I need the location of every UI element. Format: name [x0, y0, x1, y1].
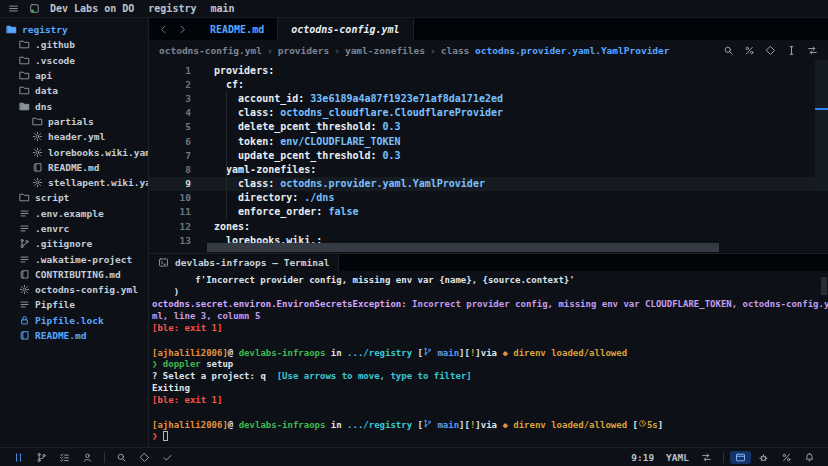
breadcrumb-separator: › — [267, 45, 273, 56]
file-label: .github — [35, 39, 75, 50]
file-item[interactable]: README.md — [0, 160, 148, 175]
find-icon[interactable] — [723, 45, 734, 56]
file-label: header.yml — [48, 131, 105, 142]
editor[interactable]: 1providers:2 cf:3 account_id: 33e6189a4a… — [149, 60, 828, 253]
breadcrumb-separator: › — [334, 45, 340, 56]
accounts-icon — [82, 452, 93, 463]
lines-icon — [19, 299, 30, 310]
tab-focus-mode[interactable] — [696, 451, 717, 464]
gear-icon — [32, 177, 43, 188]
file-item[interactable]: .github — [0, 37, 148, 52]
lines-icon — [19, 254, 30, 265]
tab-octodns-config-yml[interactable]: octodns-config.yml — [278, 18, 413, 40]
file-label: CONTRIBUTING.md — [35, 269, 121, 280]
terminal-tab-label: devlabs-infraops — Terminal — [175, 257, 329, 268]
file-item[interactable]: header.yml — [0, 129, 148, 144]
code-line: 8 yaml-zonefiles: — [149, 162, 828, 176]
notifications[interactable] — [799, 451, 820, 464]
file-item[interactable]: .env.example — [0, 206, 148, 221]
extensions-status[interactable] — [134, 451, 155, 464]
hamburger-menu-icon[interactable] — [8, 3, 19, 14]
checks[interactable] — [157, 451, 178, 464]
file-item[interactable]: README.md — [0, 328, 148, 343]
checklist-icon — [59, 452, 70, 463]
git-branch-icon — [423, 419, 432, 428]
book-icon — [19, 330, 30, 341]
file-label: script — [35, 192, 69, 203]
tasks[interactable] — [54, 451, 75, 464]
percent-icon — [781, 452, 792, 463]
arrow-left-icon[interactable] — [158, 24, 169, 35]
file-item[interactable]: partials — [0, 114, 148, 129]
file-item[interactable]: .vscode — [0, 53, 148, 68]
live-share[interactable] — [776, 451, 797, 464]
tab-readme-md[interactable]: README.md — [197, 18, 278, 40]
git-branch-icon — [19, 238, 30, 249]
breadcrumb-item[interactable]: class octodns.provider.yaml.YamlProvider — [441, 45, 670, 56]
file-item[interactable]: CONTRIBUTING.md — [0, 267, 148, 282]
file-label: Pipfile — [35, 299, 75, 310]
file-item[interactable]: octodns-config.yml — [0, 282, 148, 297]
file-item[interactable]: registry — [0, 22, 148, 37]
statusbar-separator — [723, 452, 724, 463]
title-bar: Dev Labs on DOregistrymain — [0, 0, 828, 18]
file-label: data — [35, 85, 58, 96]
statusbar-separator — [104, 452, 105, 463]
file-label: lorebooks.wiki.yaml — [48, 147, 149, 158]
title-segment: Dev Labs on DO — [50, 3, 134, 14]
file-label: api — [35, 70, 52, 81]
file-item[interactable]: .gitignore — [0, 236, 148, 251]
file-label: octodns-config.yml — [35, 284, 138, 295]
cursor-position[interactable]: 9:19 — [626, 451, 659, 464]
file-item[interactable]: dns — [0, 98, 148, 113]
file-item[interactable]: data — [0, 83, 148, 98]
lock-icon — [19, 315, 30, 326]
line-number: 4 — [149, 107, 191, 118]
selection-icon[interactable] — [786, 45, 797, 56]
file-item[interactable]: .envrc — [0, 221, 148, 236]
breadcrumb: octodns-config.yml›providers›yaml-zonefi… — [149, 41, 828, 60]
file-item[interactable]: lorebooks.wiki.yaml — [0, 144, 148, 159]
git-branch-icon — [36, 452, 47, 463]
file-item[interactable]: api — [0, 68, 148, 83]
file-label: .gitignore — [35, 238, 92, 249]
breadcrumb-item[interactable]: octodns-config.yml — [159, 45, 262, 56]
run-icon[interactable] — [765, 45, 776, 56]
file-item[interactable]: Pipfile — [0, 297, 148, 312]
debug[interactable] — [753, 451, 774, 464]
changes-icon[interactable] — [744, 45, 755, 56]
gear-icon — [19, 284, 30, 295]
git-branch-icon — [423, 347, 432, 356]
file-item[interactable]: script — [0, 190, 148, 205]
arrow-right-icon[interactable] — [177, 24, 188, 35]
ports[interactable] — [730, 451, 751, 464]
file-item[interactable]: stellapent.wiki.yaml — [0, 175, 148, 190]
file-label: .wakatime-project — [35, 254, 132, 265]
layout-icon[interactable] — [807, 45, 818, 56]
lines-icon — [19, 223, 30, 234]
terminal[interactable]: f'Incorrect provider config, missing env… — [149, 271, 828, 447]
line-number: 5 — [149, 121, 191, 132]
breadcrumb-item[interactable]: yaml-zonefiles — [345, 45, 425, 56]
terminal-line: [ajhalili2006]@ devlabs-infraops in .../… — [152, 419, 828, 431]
line-number: 3 — [149, 93, 191, 104]
horizontal-scrollbar[interactable] — [207, 243, 719, 252]
code-line: 4 class: octodns_cloudflare.CloudflarePr… — [149, 106, 828, 120]
vertical-scrollbar[interactable] — [815, 60, 828, 188]
terminal-scrollbar[interactable] — [821, 277, 827, 295]
source-control[interactable] — [31, 451, 52, 464]
remote-indicator[interactable] — [8, 451, 29, 464]
breadcrumb-item[interactable]: providers — [278, 45, 329, 56]
file-item[interactable]: .wakatime-project — [0, 251, 148, 266]
book-icon — [32, 162, 43, 173]
language-mode[interactable]: YAML — [661, 451, 694, 464]
accounts[interactable] — [77, 451, 98, 464]
search[interactable] — [111, 451, 132, 464]
file-item[interactable]: Pipfile.lock — [0, 313, 148, 328]
tab-nav-arrows — [149, 18, 197, 40]
folder-open-icon — [6, 24, 17, 35]
tab-switch-icon — [701, 452, 712, 463]
terminal-tab[interactable]: devlabs-infraops — Terminal — [149, 254, 339, 271]
terminal-line: ? Select a project: q [Use arrows to mov… — [152, 371, 828, 383]
file-label: README.md — [48, 162, 99, 173]
